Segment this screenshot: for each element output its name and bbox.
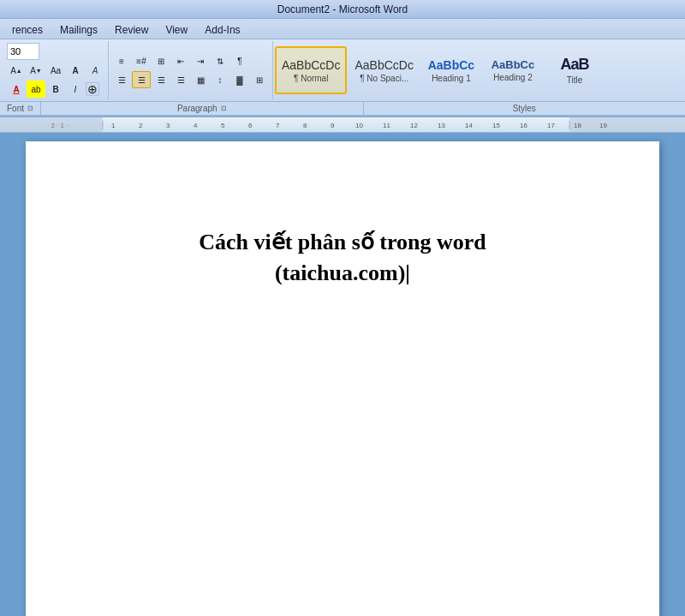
- paragraph-expand-icon[interactable]: ⊡: [221, 105, 227, 112]
- document-title[interactable]: Cách viết phân số trong word(taichua.com…: [199, 227, 486, 290]
- styles-label: Styles: [364, 102, 685, 115]
- svg-text:18: 18: [574, 122, 581, 129]
- highlight-row: A ab B I ⊕: [7, 81, 99, 98]
- font-label: Font ⊡: [0, 102, 41, 115]
- numbered-list-btn[interactable]: ≡#: [132, 52, 151, 69]
- svg-text:· 2 · 1 ·: · 2 · 1 ·: [47, 122, 68, 129]
- svg-text:5: 5: [221, 122, 225, 129]
- svg-text:8: 8: [303, 122, 307, 129]
- bold-btn[interactable]: B: [46, 81, 65, 98]
- align-row: ☰ ☰ ☰ ☰ ▦ ↕ ▓ ⊞: [112, 71, 269, 88]
- change-case-btn[interactable]: Aa: [46, 62, 65, 79]
- align-center-btn[interactable]: ☰: [132, 71, 151, 88]
- font-expand-icon[interactable]: ⊡: [27, 105, 33, 112]
- font-color-btn[interactable]: A: [7, 81, 26, 98]
- menu-tabs: rences Mailings Review View Add-Ins: [0, 19, 685, 39]
- ribbon: rences Mailings Review View Add-Ins 30 A…: [0, 19, 685, 117]
- svg-text:1: 1: [111, 122, 116, 129]
- style-normal[interactable]: AaBbCcDc ¶ Normal: [275, 46, 347, 94]
- font-size-row: 30: [7, 43, 39, 60]
- decrease-indent-btn[interactable]: ⇤: [171, 52, 190, 69]
- document-area: Cách viết phân số trong word(taichua.com…: [0, 133, 685, 616]
- style-heading1[interactable]: AaBbCc Heading 1: [421, 46, 481, 94]
- clear-format-btn[interactable]: A: [66, 62, 85, 79]
- svg-text:6: 6: [248, 122, 253, 129]
- svg-text:17: 17: [547, 122, 555, 129]
- svg-text:14: 14: [465, 122, 473, 129]
- title-bar: Document2 - Microsoft Word: [0, 0, 685, 19]
- ruler: 1 2 3 4 5 6 7 8 9 10 11 12 13 14 15 16 1…: [0, 117, 685, 133]
- border-btn[interactable]: ⊞: [250, 71, 269, 88]
- styles-area: AaBbCcDc ¶ Normal AaBbCcDc ¶ No Spaci...…: [273, 41, 682, 99]
- increase-indent-btn[interactable]: ⇥: [191, 52, 210, 69]
- multilevel-list-btn[interactable]: ⊞: [152, 52, 170, 69]
- text-highlight-btn[interactable]: ab: [27, 81, 45, 98]
- tab-addins[interactable]: Add-Ins: [196, 21, 248, 39]
- svg-text:10: 10: [355, 122, 363, 129]
- italic-btn[interactable]: I: [66, 81, 85, 98]
- text-effects-btn[interactable]: A: [86, 62, 104, 79]
- svg-text:4: 4: [194, 122, 198, 129]
- paragraph-label: Paragraph ⊡: [41, 102, 364, 115]
- show-marks-btn[interactable]: ¶: [230, 52, 249, 69]
- more-font-btn[interactable]: ⊕: [86, 82, 99, 96]
- document-content: Cách viết phân số trong word(taichua.com…: [199, 227, 486, 290]
- svg-text:12: 12: [410, 122, 418, 129]
- tab-review[interactable]: Review: [106, 21, 157, 39]
- svg-text:13: 13: [438, 122, 445, 129]
- svg-text:15: 15: [492, 122, 500, 129]
- section-labels-row: Font ⊡ Paragraph ⊡ Styles: [0, 102, 685, 116]
- line-spacing-btn[interactable]: ↕: [211, 71, 229, 88]
- svg-text:11: 11: [383, 122, 390, 129]
- svg-text:19: 19: [599, 122, 607, 129]
- tab-mailings[interactable]: Mailings: [51, 21, 106, 39]
- page: Cách viết phân số trong word(taichua.com…: [26, 141, 659, 616]
- columns-btn[interactable]: ▦: [191, 71, 210, 88]
- align-right-btn[interactable]: ☰: [152, 71, 170, 88]
- tab-references[interactable]: rences: [3, 21, 51, 39]
- tab-view[interactable]: View: [157, 21, 196, 39]
- style-no-spacing[interactable]: AaBbCcDc ¶ No Spaci...: [348, 46, 419, 94]
- font-size-group: 30 A▲ A▼ Aa A A A ab B I ⊕: [3, 41, 109, 99]
- sort-btn[interactable]: ⇅: [211, 52, 229, 69]
- font-controls-row: A▲ A▼ Aa A A: [7, 62, 104, 79]
- svg-text:7: 7: [276, 122, 280, 129]
- shading-btn[interactable]: ▓: [230, 71, 249, 88]
- font-size-input[interactable]: 30: [7, 43, 39, 60]
- toolbar-area: 30 A▲ A▼ Aa A A A ab B I ⊕ ≡ ≡#: [0, 39, 685, 102]
- align-justify-btn[interactable]: ☰: [171, 71, 190, 88]
- list-row: ≡ ≡# ⊞ ⇤ ⇥ ⇅ ¶: [112, 52, 249, 69]
- bullet-list-btn[interactable]: ≡: [112, 52, 131, 69]
- svg-text:16: 16: [520, 122, 527, 129]
- style-heading2[interactable]: AaBbCc Heading 2: [483, 46, 543, 94]
- svg-text:9: 9: [331, 122, 335, 129]
- font-size-decrease-btn[interactable]: A▼: [27, 62, 45, 79]
- style-title[interactable]: AaB Title: [545, 46, 605, 94]
- svg-rect-2: [569, 117, 685, 133]
- paragraph-group: ≡ ≡# ⊞ ⇤ ⇥ ⇅ ¶ ☰ ☰ ☰ ☰ ▦ ↕ ▓ ⊞: [109, 41, 273, 99]
- svg-text:2: 2: [139, 122, 143, 129]
- align-left-btn[interactable]: ☰: [112, 71, 131, 88]
- title-text: Document2 - Microsoft Word: [277, 3, 408, 15]
- svg-text:3: 3: [166, 122, 170, 129]
- font-size-increase-btn[interactable]: A▲: [7, 62, 26, 79]
